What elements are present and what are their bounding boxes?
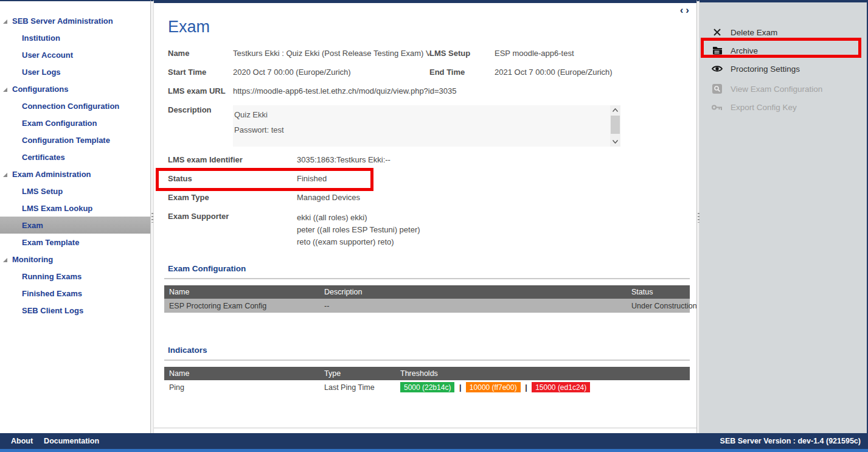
action-label: View Exam Configuration (731, 85, 822, 94)
main-row: SEB Server Administration Institution Us… (0, 0, 868, 433)
about-link[interactable]: About (11, 437, 33, 445)
column-header-name[interactable]: Name (164, 367, 319, 380)
tree-expander-icon[interactable] (3, 19, 7, 24)
column-header-type[interactable]: Type (319, 367, 395, 380)
description-label: Description (168, 105, 233, 147)
server-version-text: SEB Server Version : dev-1.4 (921595c) (720, 437, 861, 445)
forward-chevron-icon[interactable]: › (686, 4, 692, 16)
splitter-grip-icon[interactable] (151, 213, 153, 223)
sidebar-item-lms-setup[interactable]: LMS Setup (0, 183, 150, 200)
tree-expander-icon[interactable] (3, 88, 7, 92)
sidebar-item-certificates[interactable]: Certificates (0, 148, 150, 165)
footer-bar: About Documentation SEB Server Version :… (0, 433, 868, 449)
description-textarea[interactable]: Quiz Ekki Passwort: test (233, 105, 620, 147)
column-header-thresholds[interactable]: Thresholds (395, 367, 690, 380)
threshold-separator: | (525, 383, 527, 392)
scroll-up-icon[interactable] (610, 105, 620, 115)
config-status-cell: Under Construction (627, 299, 690, 313)
sidebar-item-label: SEB Client Logs (22, 306, 83, 315)
sidebar-item-label: Connection Configuration (22, 102, 119, 111)
sidebar-item-exam-configuration[interactable]: Exam Configuration (0, 114, 150, 131)
export-config-key-action[interactable]: Export Config Key (700, 98, 867, 116)
threshold-separator: | (459, 383, 462, 392)
sidebar-item-running-exams[interactable]: Running Exams (0, 268, 150, 285)
view-exam-configuration-action[interactable]: View Exam Configuration (700, 80, 867, 98)
tree-expander-icon[interactable] (3, 258, 7, 262)
table-row[interactable]: Ping Last Ping Time 5000 (22b14c) | 1000… (164, 380, 690, 394)
config-name-cell: ESP Proctoring Exam Config (164, 299, 319, 313)
indicator-type-cell: Last Ping Time (319, 380, 395, 394)
action-panel: Delete Exam Archive (700, 0, 868, 433)
column-header-name[interactable]: Name (164, 285, 319, 299)
table-header-row: Name Description Status (164, 285, 690, 299)
scrollbar-thumb[interactable] (611, 116, 620, 134)
sidebar-item-finished-exams[interactable]: Finished Exams (0, 285, 150, 302)
tree-expander-icon[interactable] (3, 173, 7, 177)
lms-exam-url-label: LMS exam URL (168, 86, 233, 96)
sidebar-item-user-logs[interactable]: User Logs (0, 63, 150, 80)
description-line: Quiz Ekki (234, 110, 606, 119)
section-divider (164, 360, 690, 361)
sidebar-section-label: Configurations (12, 85, 68, 94)
lms-exam-url-value: https://moodle-app6-test.let.ethz.ch/mod… (233, 86, 456, 96)
sidebar-section-seb-server-administration[interactable]: SEB Server Administration (0, 12, 150, 29)
eye-icon (712, 65, 723, 72)
lms-setup-value: ESP moodle-app6-test (495, 49, 574, 58)
name-value: Testkurs Ekki : Quiz Ekki (Post Release … (233, 49, 429, 58)
page-navigation-chevrons: ‹› (680, 4, 692, 16)
proctoring-settings-action[interactable]: Proctoring Settings (700, 60, 867, 78)
sidebar-item-label: LMS Setup (22, 187, 63, 196)
sidebar-item-institution[interactable]: Institution (0, 29, 150, 46)
sidebar-item-label: Exam Template (22, 238, 79, 247)
sidebar-section-configurations[interactable]: Configurations (0, 80, 150, 97)
sidebar-section-monitoring[interactable]: Monitoring (0, 251, 150, 268)
threshold-badge-orange: 10000 (ff7e00) (466, 382, 521, 392)
back-chevron-icon[interactable]: ‹ (680, 4, 686, 16)
end-time-label: End Time (429, 68, 495, 77)
sidebar-item-configuration-template[interactable]: Configuration Template (0, 131, 150, 148)
exam-type-label: Exam Type (168, 193, 297, 202)
navigation-sidebar: SEB Server Administration Institution Us… (0, 0, 150, 433)
exam-type-value: Managed Devices (297, 193, 360, 202)
sidebar-section-exam-administration[interactable]: Exam Administration (0, 165, 150, 183)
column-header-description[interactable]: Description (319, 285, 627, 299)
key-icon (712, 104, 723, 111)
documentation-link[interactable]: Documentation (44, 437, 99, 445)
name-label: Name (168, 49, 233, 58)
sidebar-item-connection-configuration[interactable]: Connection Configuration (0, 97, 150, 114)
sidebar-section-label: SEB Server Administration (12, 16, 113, 26)
sidebar-item-label: User Account (22, 50, 73, 60)
start-time-label: Start Time (168, 68, 233, 77)
status-value: Finished (297, 174, 327, 183)
sidebar-item-exam-template[interactable]: Exam Template (0, 234, 150, 251)
footer-links: About Documentation (11, 437, 99, 445)
sidebar-item-lms-exam-lookup[interactable]: LMS Exam Lookup (0, 200, 150, 217)
lms-setup-label: LMS Setup (429, 49, 495, 58)
sidebar-item-user-account[interactable]: User Account (0, 46, 150, 63)
action-label: Proctoring Settings (731, 64, 800, 74)
column-header-status[interactable]: Status (627, 285, 690, 299)
exam-supporter-label: Exam Supporter (168, 212, 297, 248)
sidebar-item-seb-client-logs[interactable]: SEB Client Logs (0, 302, 150, 319)
indicators-table: Name Type Thresholds Ping Last Ping Time… (164, 367, 690, 394)
page-title: Exam (168, 18, 696, 37)
table-header-row: Name Type Thresholds (164, 367, 690, 380)
sidebar-item-label: User Logs (22, 68, 61, 77)
sidebar-item-label: Configuration Template (22, 136, 110, 145)
exam-supporter-value: ekki ((all roles) ekki) (297, 212, 420, 224)
section-divider (164, 278, 690, 279)
description-scrollbar[interactable] (610, 105, 620, 147)
sidebar-item-label: Exam Configuration (22, 119, 97, 128)
delete-exam-action[interactable]: Delete Exam (700, 23, 867, 41)
delete-x-icon (712, 28, 723, 37)
lms-exam-identifier-label: LMS exam Identifier (168, 155, 297, 164)
sidebar-item-label: LMS Exam Lookup (22, 204, 92, 213)
table-row[interactable]: ESP Proctoring Exam Config -- Under Cons… (164, 299, 690, 313)
scroll-down-icon[interactable] (610, 137, 620, 147)
archive-action[interactable]: Archive (700, 41, 867, 60)
footer-accent-strip (0, 449, 868, 452)
config-description-cell: -- (319, 299, 627, 313)
sidebar-section-label: Exam Administration (12, 170, 91, 179)
sidebar-item-exam-selected[interactable]: Exam (0, 217, 150, 234)
indicator-name-cell: Ping (164, 380, 319, 394)
